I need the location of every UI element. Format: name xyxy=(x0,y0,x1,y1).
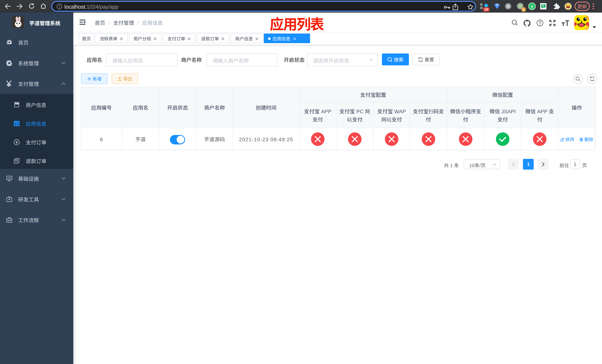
svg-text:⌘: ⌘ xyxy=(506,4,510,9)
svg-text:10: 10 xyxy=(484,8,488,11)
svg-text:¥: ¥ xyxy=(16,140,18,144)
svg-text:1: 1 xyxy=(523,8,525,11)
svg-text:y: y xyxy=(531,4,533,9)
